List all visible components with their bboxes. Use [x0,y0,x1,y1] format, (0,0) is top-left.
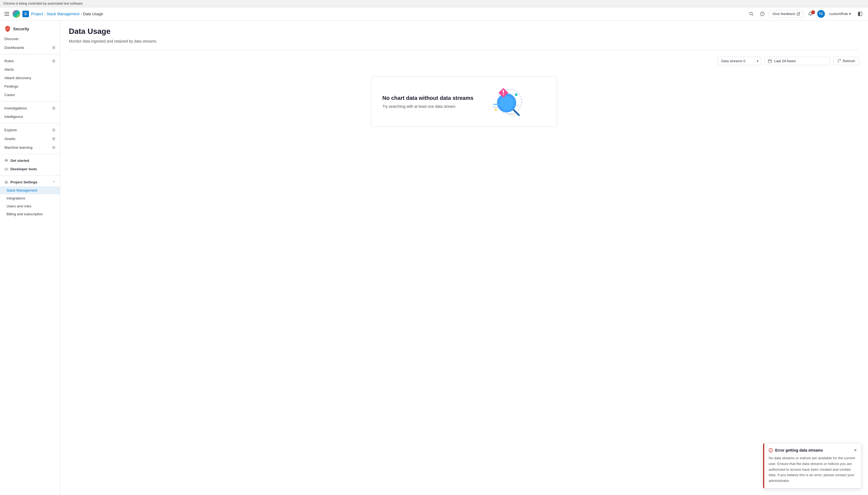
sidebar-item-findings[interactable]: Findings [0,82,60,90]
svg-rect-27 [493,104,501,105]
give-feedback-button[interactable]: Give feedback [769,10,804,17]
filters-bar: Data streams 0 ▾ Last 24 hours Ref [69,57,859,65]
explore-grid-icon: ⊞ [52,128,55,132]
sidebar-divider-3 [0,123,60,123]
toast-close-button[interactable]: × [854,448,857,453]
svg-point-25 [495,108,497,111]
user-dropdown-icon: ▾ [849,12,851,16]
sidebar-item-alerts-label: Alerts [4,67,55,71]
sidebar-developer-tools[interactable]: Developer tools [0,165,60,173]
toast-body-text: No data streams or indices are available… [769,456,857,484]
breadcrumb-project[interactable]: Project [31,12,43,16]
breadcrumb-current: Data Usage [83,12,103,16]
topbar-left: D Project › Stack Management › Data Usag… [3,10,745,18]
user-role-button[interactable]: customRole ▾ [827,11,853,17]
topbar: D Project › Stack Management › Data Usag… [0,7,868,20]
topbar-right: ? Give feedback 1 TC customRole ▾ [747,10,865,18]
sidebar-item-discover[interactable]: Discover [0,35,60,43]
browser-bar: Chrome is being controlled by automated … [0,0,868,7]
sidebar-item-cases[interactable]: Cases [0,90,60,99]
time-filter[interactable]: Last 24 hours [765,57,830,65]
data-streams-select-wrapper: Data streams 0 ▾ [718,57,761,65]
project-settings-label: Project Settings [11,180,37,184]
sidebar-item-cases-label: Cases [4,93,55,97]
sidebar-item-assets[interactable]: Assets ⊞ [0,134,60,143]
error-circle-icon [769,448,773,453]
svg-text:?: ? [762,13,764,16]
breadcrumb-separator-1: › [44,12,46,16]
sidebar-item-attack-discovery-label: Attack discovery [4,76,55,80]
sidebar-item-dashboards[interactable]: Dashboards ⊞ [0,43,60,52]
sidebar-item-investigations[interactable]: Investigations ⊞ [0,104,60,113]
svg-rect-28 [493,106,498,108]
sidebar-item-rules-label: Rules [4,59,52,63]
refresh-label: Refresh [842,59,855,63]
project-settings-chevron: ⌃ [53,181,55,184]
empty-state-title: No chart data without data streams [382,95,473,102]
svg-rect-1 [4,14,9,14]
get-started-label: Get started [11,158,29,163]
svg-line-7 [798,13,800,14]
svg-rect-22 [503,90,504,93]
breadcrumb-stack-management[interactable]: Stack Management [46,12,80,16]
breadcrumb: Project › Stack Management › Data Usage [31,12,103,16]
dashboards-grid-icon: ⊞ [52,45,55,50]
svg-point-26 [517,105,519,106]
theme-toggle-button[interactable] [855,11,865,17]
external-link-icon [797,12,800,16]
give-feedback-label: Give feedback [772,12,795,16]
developer-tools-label: Developer tools [11,167,37,171]
toast-header: Error getting data streams × [769,448,857,453]
sidebar-brand: Security [0,23,60,35]
empty-state-body: Try searching with at least one data str… [382,104,473,108]
sidebar-item-attack-discovery[interactable]: Attack discovery [0,74,60,82]
sidebar-item-intelligence-label: Intelligence [4,115,55,119]
svg-point-10 [6,160,6,160]
help-icon: ? [760,12,765,16]
sidebar-sub-integrations[interactable]: Integrations [0,194,60,202]
hamburger-button[interactable] [3,11,11,17]
refresh-button[interactable]: Refresh [833,57,859,65]
sidebar-sub-users-roles-label: Users and roles [6,204,31,208]
sidebar-item-findings-label: Findings [4,84,55,88]
sidebar-sub-users-and-roles[interactable]: Users and roles [0,202,60,210]
svg-rect-2 [4,15,9,16]
sidebar-item-machine-learning[interactable]: Machine learning ⊞ [0,143,60,152]
sidebar-item-assets-label: Assets [4,137,52,141]
page-subtitle: Monitor data ingested and retained by da… [69,39,859,44]
content-divider [69,50,859,50]
svg-point-20 [499,96,514,110]
data-streams-select[interactable]: Data streams 0 [718,57,761,65]
sidebar-get-started[interactable]: Get started [0,156,60,165]
sidebar-sub-stack-management[interactable]: Stack Management [0,186,60,194]
sidebar-item-dashboards-label: Dashboards [4,46,52,50]
sidebar-sub-integrations-label: Integrations [6,196,25,200]
page-title: Data Usage [69,27,859,36]
svg-rect-0 [4,12,9,13]
sidebar-item-intelligence[interactable]: Intelligence [0,113,60,121]
theme-icon [857,12,863,16]
svg-rect-13 [768,60,772,63]
toast-error: Error getting data streams × No data str… [763,443,862,489]
notifications-button[interactable]: 1 [806,11,815,17]
svg-point-24 [515,93,518,96]
code-icon [4,167,8,171]
automated-notice: Chrome is being controlled by automated … [3,2,83,5]
sidebar-item-rules[interactable]: Rules ⊞ [0,56,60,65]
help-button[interactable]: ? [758,11,767,17]
sidebar-sub-billing[interactable]: Billing and subscription [0,210,60,218]
user-role-label: customRole [829,12,848,16]
sidebar-project-settings[interactable]: Project Settings ⌃ [0,178,60,186]
investigations-grid-icon: ⊞ [52,106,55,110]
sidebar-item-alerts[interactable]: Alerts [0,65,60,74]
sidebar-sub-billing-label: Billing and subscription [6,212,43,216]
svg-point-12 [6,182,7,183]
main-content: Data Usage Monitor data ingested and ret… [60,20,868,495]
svg-point-29 [507,113,517,116]
search-button[interactable] [747,11,756,17]
svg-line-4 [752,15,753,16]
sidebar-sub-stack-management-label: Stack Management [6,188,37,192]
sidebar-item-explore[interactable]: Explore ⊞ [0,125,60,134]
toast-title-text: Error getting data streams [775,448,823,453]
security-shield-icon [4,25,11,32]
